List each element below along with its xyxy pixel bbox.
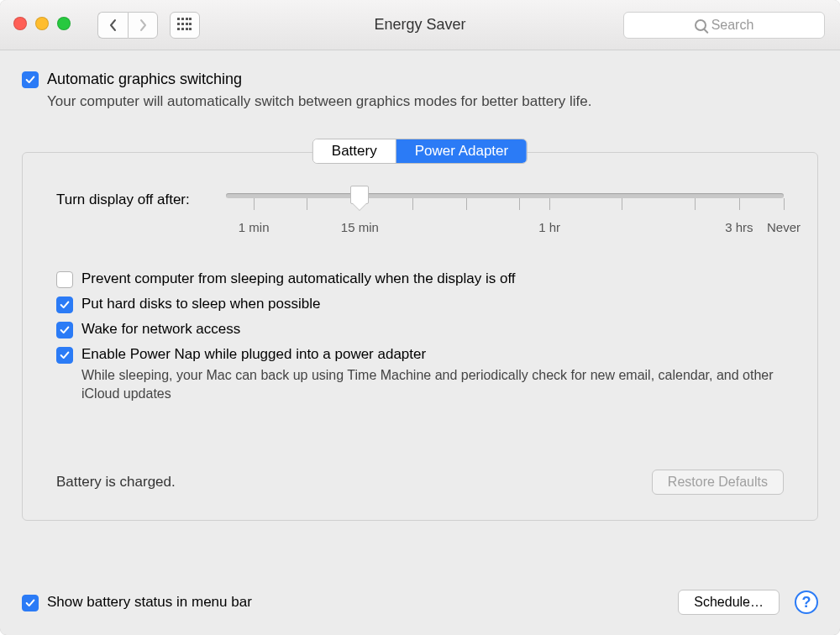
tick-3hrs: 3 hrs — [725, 220, 753, 234]
options-list: Prevent computer from sleeping automatic… — [56, 270, 784, 402]
display-off-slider[interactable]: 1 min 15 min 1 hr 3 hrs Never — [226, 190, 784, 237]
tab-group: Battery Power Adapter — [312, 139, 528, 164]
help-button[interactable]: ? — [795, 590, 818, 614]
energy-saver-window: Energy Saver Search Automatic graphics s… — [0, 0, 840, 635]
forward-button[interactable] — [128, 12, 158, 39]
minimize-window-button[interactable] — [35, 17, 49, 30]
automatic-graphics-desc: Your computer will automatically switch … — [47, 93, 818, 110]
power-nap-desc: While sleeping, your Mac can back up usi… — [81, 366, 784, 402]
prevent-sleep-label: Prevent computer from sleeping automatic… — [81, 270, 516, 287]
content: Automatic graphics switching Your comput… — [0, 50, 840, 538]
bottom-right: Schedule… ? — [678, 590, 818, 615]
prevent-sleep-checkbox[interactable] — [56, 271, 73, 288]
slider-track — [226, 193, 784, 198]
nav-group — [97, 12, 158, 39]
chevron-right-icon — [138, 18, 148, 32]
show-battery-checkbox[interactable] — [22, 595, 39, 611]
hard-disks-row: Put hard disks to sleep when possible — [56, 296, 784, 312]
wake-network-label: Wake for network access — [81, 321, 240, 338]
slider-tick-labels: 1 min 15 min 1 hr 3 hrs Never — [226, 220, 784, 237]
check-icon — [59, 349, 71, 361]
power-nap-block: Enable Power Nap while plugged into a po… — [56, 346, 784, 402]
settings-panel: Battery Power Adapter Turn display off a… — [22, 152, 818, 521]
schedule-button[interactable]: Schedule… — [678, 590, 780, 615]
battery-status: Battery is charged. — [56, 474, 176, 491]
bottom-bar: Show battery status in menu bar Schedule… — [22, 590, 818, 615]
wake-network-row: Wake for network access — [56, 321, 784, 338]
tab-power-adapter[interactable]: Power Adapter — [396, 139, 528, 163]
window-controls — [13, 17, 71, 30]
search-field[interactable]: Search — [623, 12, 825, 39]
automatic-graphics-row: Automatic graphics switching — [22, 71, 818, 88]
power-nap-row: Enable Power Nap while plugged into a po… — [56, 346, 784, 363]
search-field-wrap: Search — [623, 12, 825, 39]
toolbar: Energy Saver Search — [0, 0, 840, 50]
chevron-left-icon — [108, 18, 118, 32]
tick-1min: 1 min — [239, 220, 270, 234]
tick-1hr: 1 hr — [538, 220, 560, 234]
automatic-graphics-label: Automatic graphics switching — [47, 71, 242, 88]
show-battery-row: Show battery status in menu bar — [22, 594, 252, 611]
panel-box: Turn display off after: — [22, 152, 818, 521]
search-icon — [695, 19, 706, 31]
slider-ticks — [226, 198, 784, 213]
check-icon — [59, 324, 71, 336]
tab-battery[interactable]: Battery — [313, 139, 396, 163]
slider-thumb[interactable] — [350, 186, 369, 204]
power-nap-checkbox[interactable] — [56, 347, 73, 364]
show-battery-label: Show battery status in menu bar — [47, 594, 252, 611]
check-icon — [24, 74, 36, 86]
check-icon — [59, 299, 71, 311]
back-button[interactable] — [97, 12, 128, 39]
show-all-button[interactable] — [170, 12, 200, 39]
automatic-graphics-checkbox[interactable] — [22, 71, 39, 88]
tick-15min: 15 min — [341, 220, 379, 234]
panel-footer: Battery is charged. Restore Defaults — [56, 470, 784, 495]
search-placeholder: Search — [711, 18, 754, 33]
tick-never: Never — [767, 220, 801, 234]
hard-disks-checkbox[interactable] — [56, 297, 73, 313]
restore-defaults-button[interactable]: Restore Defaults — [652, 470, 784, 495]
zoom-window-button[interactable] — [57, 17, 71, 30]
prevent-sleep-row: Prevent computer from sleeping automatic… — [56, 270, 784, 287]
power-nap-label: Enable Power Nap while plugged into a po… — [81, 346, 426, 363]
display-off-label: Turn display off after: — [56, 190, 207, 208]
close-window-button[interactable] — [13, 17, 27, 30]
wake-network-checkbox[interactable] — [56, 322, 73, 338]
grid-icon — [177, 18, 192, 33]
check-icon — [24, 597, 36, 609]
display-off-row: Turn display off after: — [56, 190, 784, 237]
hard-disks-label: Put hard disks to sleep when possible — [81, 296, 320, 312]
